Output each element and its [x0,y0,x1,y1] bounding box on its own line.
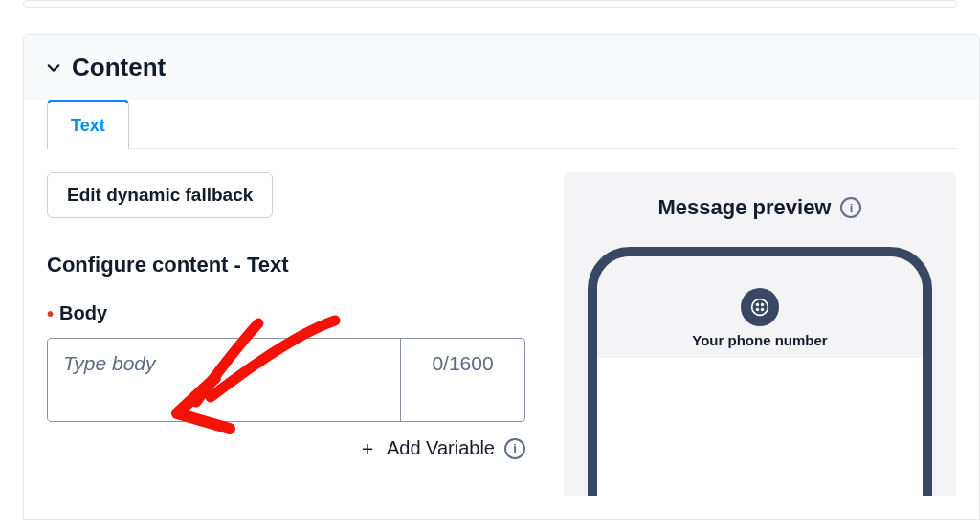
required-indicator: • [47,304,54,323]
edit-dynamic-fallback-button[interactable]: Edit dynamic fallback [47,172,273,218]
config-area: Edit dynamic fallback Configure content … [24,149,979,519]
preview-title-text: Message preview [658,195,832,220]
phone-header: Your phone number [597,256,923,358]
svg-point-2 [761,303,764,306]
previous-panel-edge [23,0,957,8]
svg-point-4 [761,308,764,311]
chevron-down-icon [47,61,60,75]
plus-icon: ＋ [358,435,377,461]
panel-title: Content [72,53,166,82]
body-textarea[interactable] [48,339,400,421]
tab-text[interactable]: Text [47,100,129,149]
tab-underline [129,100,956,149]
phone-mockup: Your phone number [588,247,932,496]
char-count: 0/1600 [400,339,524,421]
body-field-label: • Body [47,302,525,324]
add-variable-label: Add Variable [387,437,495,459]
twilio-avatar-icon [741,288,779,326]
info-icon[interactable]: i [504,438,525,459]
tab-bar: Text [24,100,979,149]
info-icon[interactable]: i [840,197,861,218]
config-left: Edit dynamic fallback Configure content … [47,172,525,496]
body-label-text: Body [59,302,107,324]
phone-label: Your phone number [692,332,827,348]
section-title: Configure content - Text [47,253,525,277]
preview-panel: Message preview i Your phone number [564,172,956,496]
body-input-wrap: 0/1600 [47,338,525,422]
svg-point-1 [756,303,759,306]
content-panel: Content Text Edit dynamic fallback Confi… [23,34,980,520]
svg-point-0 [752,299,768,316]
svg-point-3 [756,308,759,311]
panel-header[interactable]: Content [24,35,979,100]
add-variable-row[interactable]: ＋ Add Variable i [47,435,525,461]
preview-title-row: Message preview i [658,195,862,220]
